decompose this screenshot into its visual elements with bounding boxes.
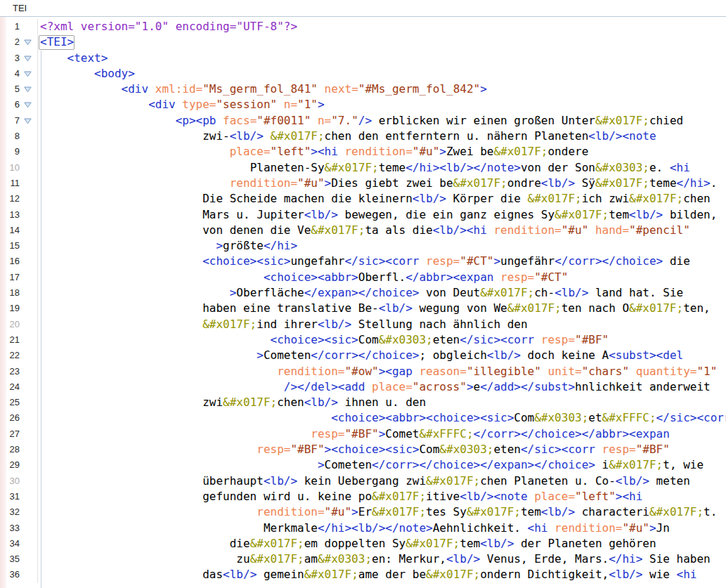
fold-toggle-icon[interactable]	[20, 81, 37, 97]
token-en: &#x017F;	[250, 552, 304, 566]
code-line[interactable]: 16 <choice><sic>ungefahr</sic><corr resp…	[0, 254, 726, 269]
code-line[interactable]: 17 <choice><abbr>Oberfl.</abbr><expan re…	[0, 270, 726, 285]
code-line[interactable]: 6 <div type="session" n="1">	[0, 97, 726, 112]
code-line[interactable]: 10 Planeten-Sy&#x017F;teme</hi><lb/></no…	[0, 160, 726, 176]
line-number: 3	[0, 51, 20, 66]
code-line[interactable]: 33 Merkmale</hi><lb/></note>Aehnlichkeit…	[0, 521, 726, 536]
token-tx: Sie haben	[642, 552, 710, 566]
line-number: 7	[0, 113, 20, 129]
code-text: zwi-<lb/> &#x017F;chen den entferntern u…	[38, 129, 656, 144]
code-line[interactable]: 21 <choice><sic>Com&#x0303;eten</sic><co…	[0, 332, 726, 348]
token-en: &#x0303;	[534, 411, 588, 424]
code-line[interactable]: 20 &#x017F;ind ihrer<lb/> Stellung nach …	[0, 317, 726, 332]
fold-toggle-icon[interactable]	[20, 34, 37, 50]
line-number: 10	[0, 160, 20, 176]
indent-whitespace	[40, 521, 264, 535]
code-line[interactable]: 3 <text>	[0, 51, 726, 66]
code-line[interactable]: 35 zu&#x017F;am&#x0303;en: Merkur,<lb/> …	[0, 551, 726, 567]
token-tag: </hi>	[609, 552, 642, 566]
indent-whitespace	[40, 145, 230, 158]
token-tx: Com	[419, 443, 439, 456]
token-tx: ungefahr	[290, 254, 344, 268]
fold-spacer	[20, 379, 37, 395]
code-line[interactable]: 19 haben eine translative Be-<lb/> wegun…	[0, 301, 726, 316]
code-line[interactable]: 9 place="left"><hi rendition="#u">Zwei b…	[0, 144, 726, 159]
code-line[interactable]: 5 <div xml:id="Ms_germ_fol_841" next="#M…	[0, 81, 726, 97]
token-tx: tem	[609, 208, 629, 221]
code-line[interactable]: 23 rendition="#ow"><gap reason="illegibl…	[0, 364, 726, 379]
code-line[interactable]: 34 die&#x017F;em doppelten Sy&#x017F;tem…	[0, 536, 726, 551]
gutter: 14	[0, 223, 38, 238]
indent-whitespace	[40, 396, 202, 409]
token-tx: Sÿ	[575, 176, 595, 190]
line-number: 2	[0, 34, 20, 50]
code-line[interactable]: 32 rendition="#u">Er&#x017F;tes Sy&#x017…	[0, 504, 726, 520]
line-number: 8	[0, 129, 20, 144]
token-tag: <lb/>	[487, 348, 521, 362]
tab-tei[interactable]: TEI	[0, 0, 39, 16]
token-tag: <lb/>	[555, 286, 588, 299]
indent-whitespace	[40, 223, 202, 237]
token-tx	[629, 365, 636, 378]
code-line[interactable]: 11 rendition="#u">Dies giebt zwei be&#x0…	[0, 176, 726, 191]
code-line[interactable]: 18 >Oberfläche</expan></choice> von Deut…	[0, 285, 726, 301]
code-line[interactable]: 26 <choice><abbr><choice><sic>Com&#x0303…	[0, 410, 726, 426]
token-tx: chen den entferntern u. nähern Planeten	[325, 129, 589, 143]
line-number: 34	[0, 536, 20, 551]
code-line[interactable]: 14 von denen die Ve&#x017F;ta als die<lb…	[0, 223, 726, 238]
code-line[interactable]: 4 <body>	[0, 66, 726, 81]
token-tx: ind ihrer	[257, 318, 318, 331]
code-line[interactable]: 22 >Cometen</corr></choice>; obgleich<lb…	[0, 348, 726, 363]
code-line[interactable]: 25 zwi&#x017F;chen<lb/> ihnen u. den	[0, 395, 726, 410]
token-tx: ten,	[683, 301, 711, 315]
token-tx: haben eine translative Be-	[202, 301, 378, 315]
token-tx: der Planeten gehören	[514, 537, 656, 550]
token-en: &#x017F;	[426, 568, 480, 581]
line-number: 4	[0, 66, 20, 81]
fold-toggle-icon[interactable]	[20, 113, 37, 129]
fold-spacer	[20, 160, 37, 176]
code-text: /></del><add place="across">e</add></sub…	[38, 379, 711, 395]
token-tx: Mars u. Jupiter	[202, 208, 304, 221]
token-tx: Oberfl.	[358, 270, 406, 284]
code-text: &#x017F;ind ihrer<lb/> Stellung nach ähn…	[38, 317, 528, 332]
code-line[interactable]: 2<TEI>	[0, 34, 726, 50]
fold-toggle-icon[interactable]	[20, 51, 37, 66]
fold-toggle-icon[interactable]	[20, 97, 37, 112]
code-line[interactable]: 12 Die Scheide machen die kleinern<lb/> …	[0, 191, 726, 207]
token-tx	[264, 129, 271, 143]
code-line[interactable]: 7 <p><pb facs="#f0011" n="7."/> erblicke…	[0, 113, 726, 129]
code-line[interactable]: 31 gefunden wird u. keine po&#x017F;itiv…	[0, 489, 726, 504]
code-line[interactable]: 13 Mars u. Jupiter<lb/> bewegen, die ein…	[0, 207, 726, 223]
token-an: reason=	[419, 365, 466, 378]
token-tx: teme	[379, 161, 406, 174]
token-tx: ta als die	[365, 223, 432, 237]
token-tx: characteri	[575, 505, 649, 518]
code-line[interactable]: 29 >Cometen</corr></choice></expan></cho…	[0, 457, 726, 473]
code-line[interactable]: 28 resp="#BF"><choice><sic>Com&#x0303;et…	[0, 442, 726, 457]
line-number: 35	[0, 551, 20, 567]
token-tx: tes Sy	[426, 505, 467, 518]
fold-toggle-icon[interactable]	[20, 66, 37, 81]
code-line[interactable]: 8 zwi-<lb/> &#x017F;chen den entferntern…	[0, 129, 726, 144]
code-line[interactable]: 1<?xml version="1.0" encoding="UTF-8"?>	[0, 19, 726, 34]
gutter: 8	[0, 129, 38, 144]
line-number: 26	[0, 410, 20, 426]
code-line[interactable]: 24 /></del><add place="across">e</add></…	[0, 379, 726, 395]
gutter: 25	[0, 395, 38, 410]
code-line[interactable]: 30 überhaupt<lb/> kein Uebergang zwi&#x0…	[0, 473, 726, 489]
code-line[interactable]: 27 resp="#BF">Comet&#xFFFC;</corr></choi…	[0, 426, 726, 442]
token-tx: Com	[514, 411, 534, 424]
gutter: 35	[0, 551, 38, 567]
token-tag: <choice><abbr><choice><sic>	[331, 411, 514, 424]
token-tag: >	[351, 505, 358, 518]
token-an: rendition=	[277, 365, 344, 378]
token-av: "chars"	[582, 365, 629, 378]
xml-editor-pane[interactable]: 1<?xml version="1.0" encoding="UTF-8"?>2…	[0, 17, 726, 588]
line-number: 9	[0, 144, 20, 159]
token-en: &#x017F;	[507, 301, 562, 315]
code-line[interactable]: 36 das<lb/> gemein&#x017F;ame der be&#x0…	[0, 567, 726, 582]
code-text: <choice><sic>ungefahr</sic><corr resp="#…	[38, 254, 690, 269]
code-line[interactable]: 15 >größte</hi>	[0, 238, 726, 254]
line-number: 14	[0, 223, 20, 238]
